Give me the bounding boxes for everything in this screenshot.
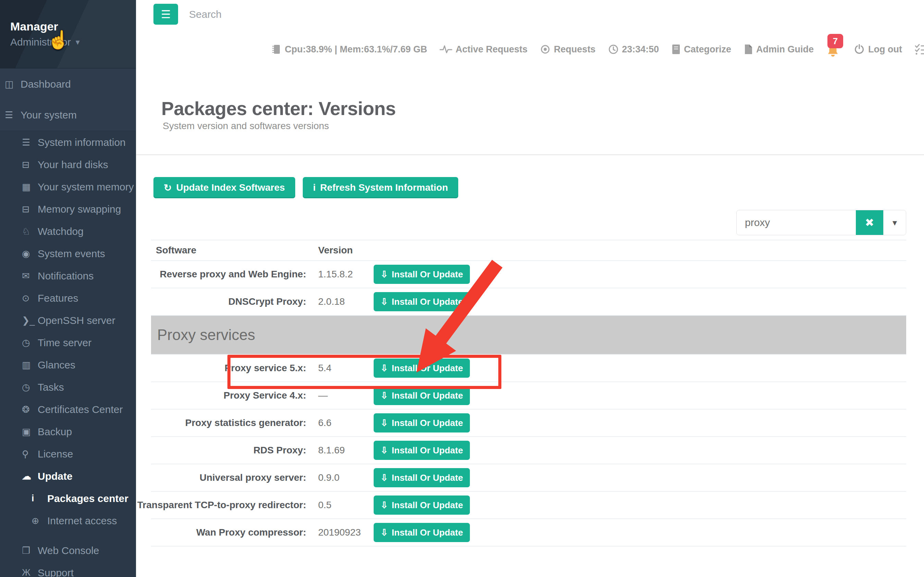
version-cell: 0.9.0 [306, 472, 374, 483]
sidebar-item-internet-access[interactable]: ⊕Internet access [0, 509, 136, 532]
sidebar-item-support[interactable]: ЖSupport [0, 562, 136, 577]
admin-guide-label: Admin Guide [756, 44, 814, 55]
sidebar-item-dashboard[interactable]: ◫Dashboard [0, 73, 136, 95]
table-row-universal-proxy-server: Universal proxy server:0.9.0⇩Install Or … [151, 464, 906, 492]
sidebar-item-glances[interactable]: ▥Glances [0, 354, 136, 376]
sidebar-user-panel[interactable]: Manager Administrator ▾ ☝ [0, 0, 136, 68]
install-or-update-button[interactable]: ⇩Install Or Update [374, 292, 470, 311]
table-section-proxy-services: Proxy services [151, 316, 906, 355]
sidebar-item-openssh-server[interactable]: ❯_OpenSSH server [0, 309, 136, 332]
notifications-bell[interactable]: 7 [826, 42, 841, 57]
table-row-reverse-proxy-and-web-engine: Reverse proxy and Web Engine:1.15.8.2⇩In… [151, 261, 906, 288]
menu-toggle-button[interactable]: ☰ [153, 4, 178, 25]
sidebar-item-your-system-memory[interactable]: ▦Your system memory [0, 176, 136, 198]
active-requests-item[interactable]: Active Requests [439, 44, 527, 55]
table-row-rds-proxy: RDS Proxy:8.1.69⇩Install Or Update [151, 437, 906, 464]
refresh-system-information-button[interactable]: i Refresh System Information [303, 177, 458, 198]
notification-count-badge[interactable]: 7 [827, 34, 843, 48]
install-or-update-button[interactable]: ⇩Install Or Update [374, 468, 470, 487]
table-filter-group: ✖ ▾ [736, 210, 906, 235]
download-icon: ⇩ [381, 527, 388, 538]
version-cell: — [306, 390, 374, 401]
filter-options-button[interactable]: ▾ [883, 210, 906, 235]
packages-table: Software Version Reverse proxy and Web E… [151, 240, 906, 546]
software-name-cell: DNSCrypt Proxy: [151, 296, 306, 307]
clock-icon [608, 44, 619, 55]
install-or-update-button[interactable]: ⇩Install Or Update [374, 386, 470, 405]
logout-item[interactable]: Log out [853, 44, 902, 55]
sidebar-item-packages-center[interactable]: iPackages center [0, 487, 136, 509]
requests-label: Requests [554, 44, 595, 55]
install-button-label: Install Or Update [392, 527, 463, 538]
sidebar-item-features[interactable]: ⊙Features [0, 287, 136, 309]
sidebar-gap [0, 532, 136, 539]
download-icon: ⇩ [381, 500, 388, 511]
filter-input[interactable] [737, 210, 856, 235]
sidebar-item-label: Packages center [47, 493, 128, 504]
chip-icon [272, 44, 282, 55]
sidebar-item-memory-swapping[interactable]: ⊟Memory swapping [0, 198, 136, 220]
refresh-icon: ↻ [164, 182, 172, 193]
install-button-label: Install Or Update [392, 500, 463, 511]
version-cell: 6.6 [306, 417, 374, 429]
logout-label: Log out [868, 44, 902, 55]
sidebar-item-your-system[interactable]: ☰Your system [0, 104, 136, 126]
sidebar-nav: ◫Dashboard☰Your system☰System informatio… [0, 68, 136, 577]
software-name-cell: Proxy statistics generator: [151, 417, 306, 429]
install-or-update-button[interactable]: ⇩Install Or Update [374, 413, 470, 432]
sidebar-item-update[interactable]: ☁Update [0, 465, 136, 487]
packages-table-body: Reverse proxy and Web Engine:1.15.8.2⇩In… [151, 261, 906, 546]
sidebar-item-label: Features [38, 292, 78, 304]
install-or-update-button[interactable]: ⇩Install Or Update [374, 495, 470, 515]
table-header-row: Software Version [151, 240, 906, 261]
power-icon [853, 44, 865, 55]
book-icon [671, 44, 681, 55]
refresh-system-label: Refresh System Information [320, 182, 448, 193]
sidebar: Manager Administrator ▾ ☝ ◫Dashboard☰You… [0, 0, 136, 577]
install-button-label: Install Or Update [392, 363, 463, 374]
software-name-cell: Transparent TCP-to-proxy redirector: [151, 500, 306, 511]
sidebar-item-license[interactable]: ⚲License [0, 443, 136, 465]
hamburger-icon: ☰ [161, 8, 171, 21]
column-header-software: Software [151, 245, 306, 256]
sidebar-item-label: OpenSSH server [38, 315, 115, 326]
clear-filter-button[interactable]: ✖ [856, 210, 883, 235]
install-button-label: Install Or Update [392, 390, 463, 401]
sidebar-item-web-console[interactable]: ❐Web Console [0, 539, 136, 562]
software-name-cell: Proxy service 5.x: [151, 363, 306, 374]
table-row-dnscrypt-proxy: DNSCrypt Proxy:2.0.18⇩Install Or Update [151, 288, 906, 316]
sidebar-item-watchdog[interactable]: ♘Watchdog [0, 220, 136, 242]
install-or-update-button[interactable]: ⇩Install Or Update [374, 441, 470, 460]
features-icon: ⊙ [22, 293, 36, 304]
version-cell: 0.5 [306, 500, 374, 511]
sidebar-item-system-information[interactable]: ☰System information [0, 131, 136, 153]
sidebar-item-tasks[interactable]: ◷Tasks [0, 376, 136, 398]
chip-icon: ▥ [22, 359, 36, 371]
admin-guide-item[interactable]: Admin Guide [743, 44, 814, 55]
version-cell: 8.1.69 [306, 445, 374, 456]
packages-center-page: { "colors":{"accent":"#17b294","annotati… [0, 0, 924, 577]
tasks-list-item[interactable] [914, 43, 924, 55]
sidebar-item-label: Tasks [38, 382, 64, 393]
sidebar-item-system-events[interactable]: ◉System events [0, 242, 136, 265]
requests-item[interactable]: Requests [540, 44, 595, 55]
globe-icon: ⊕ [32, 515, 46, 526]
install-or-update-button[interactable]: ⇩Install Or Update [374, 523, 470, 542]
sidebar-item-certificates-center[interactable]: ❂Certificates Center [0, 398, 136, 421]
categorize-item[interactable]: Categorize [671, 44, 731, 55]
table-row-proxy-service-4-x: Proxy Service 4.x:—⇩Install Or Update [151, 382, 906, 409]
sidebar-item-your-hard-disks[interactable]: ⊟Your hard disks [0, 153, 136, 176]
install-or-update-button[interactable]: ⇩Install Or Update [374, 265, 470, 284]
pdf-file-icon [743, 44, 753, 55]
sidebar-item-time-server[interactable]: ◷Time server [0, 332, 136, 354]
sidebar-item-backup[interactable]: ▣Backup [0, 421, 136, 443]
eye-icon: ◉ [22, 248, 36, 259]
sidebar-item-label: Backup [38, 426, 72, 438]
sidebar-item-notifications[interactable]: ✉Notifications [0, 265, 136, 287]
terminal-icon: ❯_ [22, 315, 36, 326]
sidebar-item-label: Your system memory [38, 181, 134, 193]
update-index-softwares-button[interactable]: ↻ Update Index Softwares [153, 177, 295, 198]
search-input[interactable] [189, 7, 380, 22]
install-or-update-button[interactable]: ⇩Install Or Update [374, 359, 470, 378]
watchdog-icon: ♘ [22, 226, 36, 237]
